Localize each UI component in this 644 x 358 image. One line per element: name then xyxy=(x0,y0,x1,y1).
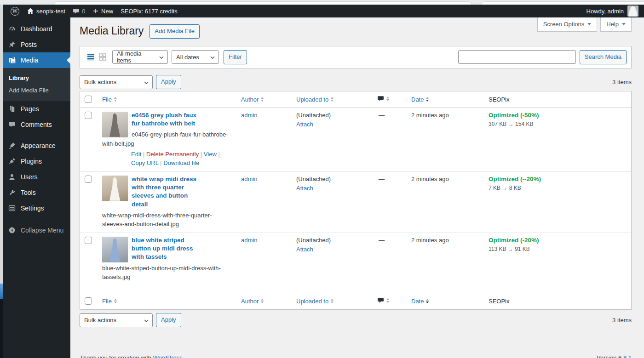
sidebar-item-settings[interactable]: Settings xyxy=(3,200,70,216)
seopix-size-change: 7 KB → 8 KB xyxy=(489,185,627,191)
tools-wrench-icon xyxy=(7,189,17,196)
media-type-filter-select[interactable]: All media items xyxy=(112,50,168,64)
browser-urlbar-artifact xyxy=(481,1,644,5)
desktop-edge-artifact xyxy=(0,299,3,358)
sidebar-item-comments[interactable]: Comments xyxy=(3,117,70,132)
wordpress-menu[interactable]: W xyxy=(7,5,23,17)
sort-by-uploaded-to[interactable]: Uploaded to xyxy=(296,96,334,103)
upload-date: 2 minutes ago xyxy=(411,176,449,182)
edit-link[interactable]: Edit xyxy=(131,151,141,158)
help-label: Help xyxy=(606,21,619,28)
howdy-label[interactable]: Howdy, admin xyxy=(586,8,624,15)
sidebar-item-dashboard[interactable]: Dashboard xyxy=(3,21,70,37)
sort-by-comments[interactable] xyxy=(377,297,389,304)
sort-by-date[interactable]: Date xyxy=(411,298,429,305)
sidebar-item-posts[interactable]: Posts xyxy=(3,37,70,52)
seopix-status: Optimized (--20%) xyxy=(489,176,627,182)
list-view-button[interactable] xyxy=(85,51,97,63)
bulk-actions-bar-bottom: Bulk actions Apply 3 items xyxy=(80,313,632,327)
bulk-actions-select[interactable]: Bulk actions xyxy=(80,75,153,89)
home-icon xyxy=(27,7,34,15)
view-link[interactable]: View xyxy=(204,151,217,158)
row-checkbox[interactable] xyxy=(85,237,92,244)
bulk-actions-select[interactable]: Bulk actions xyxy=(80,313,153,327)
author-link[interactable]: admin xyxy=(241,237,257,244)
site-name-link[interactable]: seopix-test xyxy=(23,5,69,17)
sort-arrows-icon xyxy=(386,298,389,303)
sort-arrows-icon xyxy=(426,97,429,102)
table-row: blue white striped button up midi dress … xyxy=(80,233,631,293)
admin-sidebar: Dashboard Posts Media Library Add Media … xyxy=(3,17,70,358)
apply-button[interactable]: Apply xyxy=(156,75,181,89)
row-checkbox[interactable] xyxy=(85,112,92,119)
collapse-menu-button[interactable]: Collapse Menu xyxy=(3,222,70,238)
sidebar-item-users[interactable]: Users xyxy=(3,169,70,185)
search-media-button[interactable]: Search Media xyxy=(580,50,627,64)
media-submenu: Library Add Media File xyxy=(3,68,70,101)
admin-bar-comments[interactable]: 0 xyxy=(69,5,89,17)
chevron-down-icon xyxy=(159,56,164,59)
attach-link[interactable]: Attach xyxy=(296,121,313,128)
comment-count: 0 xyxy=(82,8,85,15)
filter-button[interactable]: Filter xyxy=(224,50,247,64)
new-content-menu[interactable]: New xyxy=(89,5,117,17)
list-view-icon xyxy=(86,52,95,62)
media-thumbnail-bathrobe[interactable] xyxy=(102,112,128,137)
chevron-down-icon xyxy=(622,23,626,25)
comment-bubble-icon xyxy=(73,8,80,15)
sort-by-file[interactable]: File xyxy=(102,298,117,305)
bulk-actions-value: Bulk actions xyxy=(84,79,116,85)
sort-by-author[interactable]: Author xyxy=(241,298,264,305)
sort-arrows-icon xyxy=(261,299,264,303)
screen-options-button[interactable]: Screen Options xyxy=(537,17,598,32)
sidebar-item-appearance[interactable]: Appearance xyxy=(3,138,70,153)
author-link[interactable]: admin xyxy=(241,176,257,182)
attach-link[interactable]: Attach xyxy=(296,185,313,192)
collapse-arrow-icon xyxy=(7,227,17,234)
download-file-link[interactable]: Download file xyxy=(163,159,199,166)
sort-by-uploaded-to[interactable]: Uploaded to xyxy=(296,298,334,305)
search-media-input[interactable] xyxy=(458,50,576,64)
media-filename: blue-white-striped-button-up-midi-dress-… xyxy=(102,264,232,282)
wordpress-link[interactable]: WordPress xyxy=(153,354,183,358)
select-all-checkbox[interactable] xyxy=(85,96,92,103)
media-thumbnail-white-dress[interactable] xyxy=(102,176,128,201)
items-count: 3 items xyxy=(612,79,632,85)
sidebar-item-label: Settings xyxy=(21,205,44,212)
sidebar-subitem-library[interactable]: Library xyxy=(3,72,70,84)
grid-view-button[interactable] xyxy=(97,51,109,63)
chevron-down-icon xyxy=(144,319,149,322)
select-all-checkbox[interactable] xyxy=(85,297,92,305)
table-row: white wrap midi dress with three quarter… xyxy=(80,171,631,233)
media-thumbnail-blue-dress[interactable] xyxy=(102,237,128,262)
sort-by-comments[interactable] xyxy=(377,95,389,102)
sidebar-item-media[interactable]: Media xyxy=(3,52,70,68)
sidebar-item-pages[interactable]: Pages xyxy=(3,101,70,117)
action-separator: | xyxy=(218,151,219,158)
sort-by-author[interactable]: Author xyxy=(241,96,264,103)
apply-button[interactable]: Apply xyxy=(156,313,181,327)
avatar[interactable] xyxy=(627,6,638,17)
sidebar-item-label: Appearance xyxy=(21,142,56,149)
sidebar-item-label: Posts xyxy=(21,41,37,48)
sidebar-subitem-add-media-file[interactable]: Add Media File xyxy=(3,84,70,97)
uploaded-to-status: (Unattached) xyxy=(296,112,368,119)
seopix-column-header: SEOPix xyxy=(489,298,510,305)
date-filter-value: All dates xyxy=(176,54,199,61)
row-checkbox[interactable] xyxy=(85,176,92,183)
attach-link[interactable]: Attach xyxy=(296,246,313,253)
admin-bar: W seopix-test 0 New SEOPix: 6177 credits… xyxy=(3,5,644,17)
add-media-file-button[interactable]: Add Media File xyxy=(150,24,200,39)
sidebar-item-tools[interactable]: Tools xyxy=(3,185,70,200)
seopix-credits[interactable]: SEOPix: 6177 credits xyxy=(117,5,181,17)
grid-view-icon xyxy=(98,52,107,62)
sort-by-date[interactable]: Date xyxy=(411,96,429,103)
copy-url-link[interactable]: Copy URL xyxy=(131,159,158,166)
sort-by-file[interactable]: File xyxy=(102,96,117,103)
author-link[interactable]: admin xyxy=(241,112,257,119)
sidebar-item-plugins[interactable]: Plugins xyxy=(3,153,70,169)
date-filter-select[interactable]: All dates xyxy=(172,50,219,64)
footer-thanks-text: Thank you for creating with xyxy=(80,354,153,358)
help-button[interactable]: Help xyxy=(600,17,632,32)
delete-permanently-link[interactable]: Delete Permanently xyxy=(146,151,199,158)
